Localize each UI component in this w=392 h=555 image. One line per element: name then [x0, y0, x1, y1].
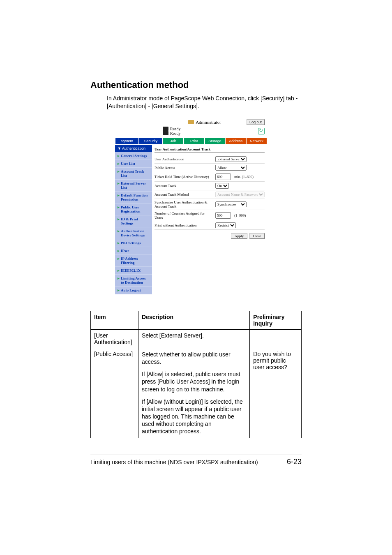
sidebar-item[interactable]: ▸User List — [115, 160, 152, 168]
section-heading: Authentication method — [90, 80, 302, 90]
sidebar-item[interactable]: ▸Default Function Permission — [115, 192, 152, 204]
pwa-select[interactable]: Restrict — [215, 222, 236, 228]
sidebar-item[interactable]: ▸Public User Registration — [115, 204, 152, 215]
range-text: min. (1–600) — [234, 175, 254, 179]
parameter-table: Item Description Preliminary inquiry [Us… — [90, 311, 302, 438]
table-cell: Select whether to allow public user acce… — [138, 348, 250, 438]
row-label: Public Access — [154, 166, 214, 170]
sidebar-item[interactable]: ▸IP Address Filtering — [115, 255, 152, 267]
row-label: User Authentication — [154, 157, 214, 161]
row-label: Ticket Hold Time (Active Directory) — [154, 175, 214, 179]
table-cell: Do you wish to permit public user access… — [250, 348, 302, 438]
embedded-screenshot: Administrator Log out Ready Ready System… — [115, 118, 267, 294]
sidebar-item[interactable]: ▸IPsec — [115, 247, 152, 255]
admin-label: Administrator — [196, 120, 221, 125]
status-ready-2: Ready — [170, 131, 181, 136]
page-number: 6-23 — [287, 458, 302, 466]
refresh-icon[interactable] — [258, 128, 265, 134]
row-label: Synchronize User Authentication & Accoun… — [154, 200, 214, 208]
sidebar-item[interactable]: ▸Account Track List — [115, 168, 152, 180]
tab-network[interactable]: Network — [246, 137, 267, 145]
logout-button[interactable]: Log out — [247, 119, 265, 125]
sidebar: ▼ Authentication ▸General Settings ▸User… — [115, 145, 152, 294]
user-auth-select[interactable]: External Server — [215, 156, 247, 162]
sidebar-header: ▼ Authentication — [115, 145, 152, 152]
panel-title: User Authentication/Account Track — [154, 147, 265, 153]
footer-text: Limiting users of this machine (NDS over… — [90, 459, 258, 465]
counters-input[interactable] — [215, 212, 231, 219]
admin-icon — [188, 120, 194, 124]
public-access-select[interactable]: Allow — [215, 165, 247, 171]
row-label: Account Track — [154, 184, 214, 188]
sidebar-item[interactable]: ▸Authentication Device Settings — [115, 227, 152, 239]
tab-system[interactable]: System — [115, 137, 139, 145]
range-text: (1–999) — [234, 213, 246, 217]
tab-print[interactable]: Print — [184, 137, 205, 145]
apply-button[interactable]: Apply — [231, 233, 248, 239]
sidebar-item[interactable]: ▸Auto Logout — [115, 287, 152, 294]
tab-job[interactable]: Job — [163, 137, 184, 145]
th-item: Item — [91, 311, 138, 329]
footer-rule — [90, 455, 302, 455]
tab-storage[interactable]: Storage — [205, 137, 226, 145]
tab-security[interactable]: Security — [139, 137, 163, 145]
sidebar-item[interactable]: ▸General Settings — [115, 152, 152, 160]
status-ready-1: Ready — [170, 127, 181, 131]
account-track-select[interactable]: On — [215, 183, 229, 189]
sidebar-item[interactable]: ▸External Server List — [115, 180, 152, 192]
sidebar-item[interactable]: ▸PKI Settings — [115, 239, 152, 247]
intro-text: In Administrator mode of PageScope Web C… — [107, 95, 302, 110]
printer-icon — [163, 131, 168, 135]
row-label: Number of Counters Assigned for Users — [154, 211, 214, 220]
ticket-input[interactable] — [215, 173, 231, 180]
printer-icon — [163, 127, 168, 131]
table-cell: [Public Access] — [91, 348, 138, 438]
table-cell: Select [External Server]. — [138, 329, 250, 348]
th-description: Description — [138, 311, 250, 329]
table-cell — [250, 329, 302, 348]
row-label: Account Track Method — [154, 192, 214, 197]
table-cell: [User Authentication] — [91, 329, 138, 348]
account-track-method-select[interactable]: Account Name & Password — [215, 192, 265, 197]
row-label: Print without Authentication — [154, 223, 214, 227]
th-inquiry: Preliminary inquiry — [250, 311, 302, 329]
sidebar-item[interactable]: ▸ID & Print Settings — [115, 215, 152, 227]
sidebar-item[interactable]: ▸Limiting Access to Destination — [115, 275, 152, 287]
tab-address[interactable]: Address — [225, 137, 246, 145]
sync-select[interactable]: Synchronize — [215, 201, 247, 207]
sidebar-item[interactable]: ▸IEEE802.1X — [115, 267, 152, 275]
clear-button[interactable]: Clear — [249, 233, 265, 239]
